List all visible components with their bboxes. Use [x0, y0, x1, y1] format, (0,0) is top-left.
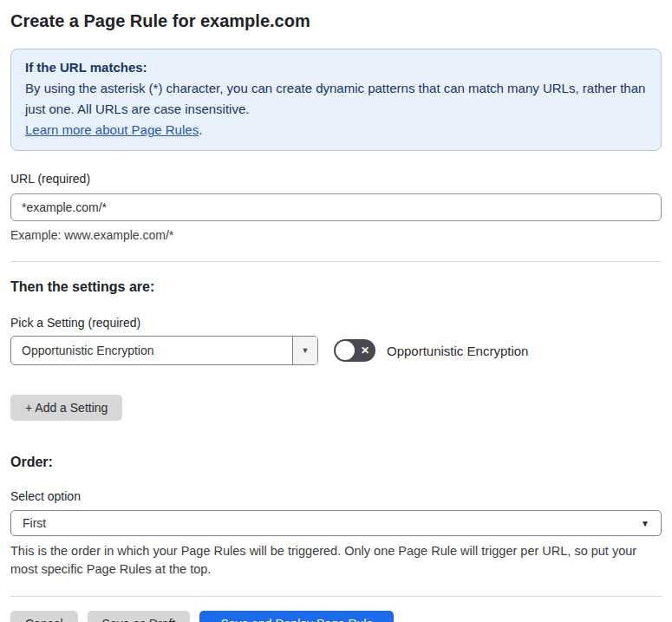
- cancel-button[interactable]: Cancel: [10, 611, 78, 622]
- chevron-down-icon: ▼: [641, 519, 649, 528]
- settings-section-heading: Then the settings are:: [10, 278, 662, 295]
- setting-select-arrow-button[interactable]: ▼: [292, 337, 317, 364]
- order-select-label: Select option: [10, 489, 662, 503]
- link-suffix: .: [199, 122, 202, 137]
- save-and-deploy-button[interactable]: Save and Deploy Page Rule: [199, 611, 394, 622]
- order-select-value: First: [23, 516, 46, 530]
- divider: [10, 261, 662, 262]
- url-match-info-callout: If the URL matches: By using the asteris…: [10, 49, 662, 151]
- url-field-label: URL (required): [10, 172, 662, 186]
- chevron-down-icon: ▼: [302, 346, 310, 355]
- page-title: Create a Page Rule for example.com: [10, 10, 662, 31]
- info-heading: If the URL matches:: [25, 57, 647, 78]
- info-body: By using the asterisk (*) character, you…: [25, 78, 647, 120]
- order-section-heading: Order:: [10, 454, 662, 470]
- setting-row: Opportunistic Encryption ▼ ✕ Opportunist…: [10, 336, 662, 365]
- toggle-label: Opportunistic Encryption: [387, 344, 528, 358]
- toggle-knob: [336, 341, 355, 360]
- toggle-off-x-icon: ✕: [361, 339, 369, 362]
- divider: [10, 596, 662, 597]
- url-example-text: Example: www.example.com/*: [10, 226, 662, 244]
- pick-setting-label: Pick a Setting (required): [10, 316, 662, 330]
- save-as-draft-button[interactable]: Save as Draft: [88, 611, 191, 622]
- opportunistic-encryption-toggle[interactable]: ✕: [334, 339, 375, 362]
- info-link-line: Learn more about Page Rules.: [25, 120, 647, 141]
- add-setting-button[interactable]: + Add a Setting: [10, 395, 122, 421]
- order-help-text: This is the order in which your Page Rul…: [10, 542, 662, 579]
- learn-more-link[interactable]: Learn more about Page Rules: [25, 122, 199, 137]
- page-rule-form: Create a Page Rule for example.com If th…: [0, 10, 672, 622]
- setting-select[interactable]: Opportunistic Encryption ▼: [10, 336, 318, 365]
- order-select[interactable]: First ▼: [10, 510, 662, 536]
- footer-actions: Cancel Save as Draft Save and Deploy Pag…: [10, 611, 662, 622]
- url-input[interactable]: [10, 193, 662, 221]
- setting-select-value: Opportunistic Encryption: [11, 337, 292, 364]
